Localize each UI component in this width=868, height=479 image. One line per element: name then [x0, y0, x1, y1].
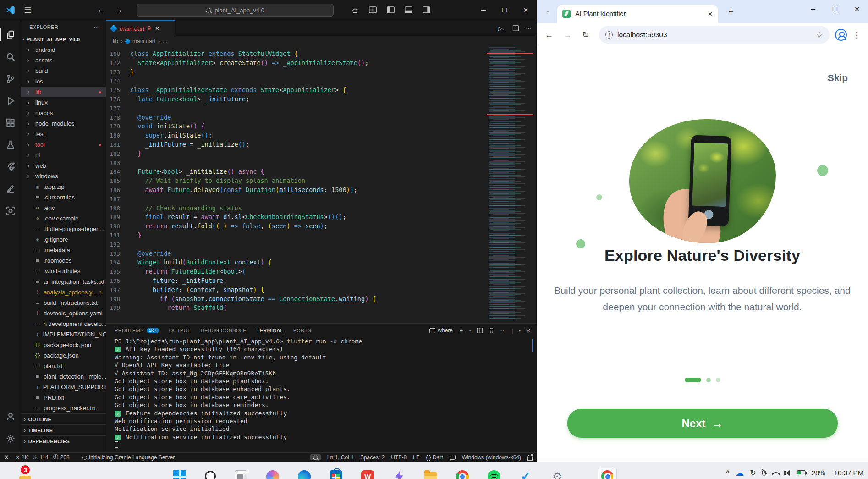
menu-icon[interactable]: ☰ — [24, 5, 31, 15]
cursor-position[interactable]: Ln 1, Col 1 — [327, 454, 354, 461]
feedback-icon[interactable] — [450, 455, 456, 460]
tree-item-macos[interactable]: ›macos — [21, 108, 106, 118]
panel-tab-debug-console[interactable]: DEBUG CONSOLE — [201, 324, 247, 337]
tree-item-package-json[interactable]: {}package.json — [21, 350, 106, 361]
search-icon[interactable] — [0, 46, 21, 68]
tree-item--env[interactable]: ⚙.env — [21, 203, 106, 213]
tab-close-icon[interactable]: ✕ — [708, 11, 713, 17]
explorer-more-icon[interactable]: ⋯ — [94, 23, 100, 31]
minimize-button[interactable]: ─ — [802, 0, 824, 18]
close-panel-icon[interactable]: ✕ — [526, 327, 531, 334]
maximize-button[interactable]: ☐ — [824, 0, 846, 18]
tree-item-build-instructions-txt[interactable]: ≡build_instructions.txt — [21, 297, 106, 308]
page-dot[interactable] — [706, 378, 711, 382]
taskbar-item-search[interactable] — [205, 471, 216, 479]
tree-item-h-development-develo-[interactable]: ≡h development develo... — [21, 319, 106, 329]
zoom-status-icon[interactable] — [310, 454, 321, 460]
taskbar-item-spotify[interactable] — [488, 470, 500, 479]
tree-item-plan-txt[interactable]: ≡plan.txt — [21, 361, 106, 371]
tree-item-ui[interactable]: ›ui — [21, 150, 106, 160]
site-info-icon[interactable]: i — [605, 31, 613, 39]
indentation[interactable]: Spaces: 2 — [360, 454, 385, 461]
terminal-dropdown-icon[interactable]: › — [468, 330, 473, 331]
tree-item--env-example[interactable]: ⚙.env.example — [21, 213, 106, 224]
clock[interactable]: 10:37 PM — [834, 469, 863, 477]
edit-icon[interactable] — [0, 178, 21, 200]
bookmark-star-icon[interactable]: ☆ — [816, 30, 823, 40]
taskbar-notification-app[interactable]: 3 — [18, 470, 32, 479]
mic-muted-icon[interactable] — [762, 470, 766, 476]
tree-item-implementation-no-[interactable]: ↓IMPLEMENTATION_NO... — [21, 329, 106, 340]
taskbar-item-folder[interactable] — [424, 472, 437, 479]
eol[interactable]: LF — [413, 454, 419, 461]
tree-item-lib[interactable]: ›lib● — [21, 87, 106, 97]
tab-close-icon[interactable]: ✕ — [155, 25, 159, 32]
section-outline[interactable]: ›OUTLINE — [21, 413, 106, 424]
tree-item-prd-txt[interactable]: ≡PRD.txt — [21, 392, 106, 403]
close-button[interactable]: ✕ — [846, 0, 868, 18]
section-timeline[interactable]: ›TIMELINE — [21, 424, 106, 435]
sync-icon[interactable]: ↻ — [750, 468, 756, 477]
explorer-icon[interactable] — [0, 24, 21, 46]
problems-summary[interactable]: ⊗1K ⚠114 ⓘ208 — [15, 453, 70, 461]
tree-item-web[interactable]: ›web — [21, 160, 106, 171]
remote-icon[interactable] — [4, 454, 10, 460]
tree-item-build[interactable]: ›build — [21, 66, 106, 76]
tray-expand-icon[interactable]: ^ — [726, 469, 730, 477]
tree-item-tool[interactable]: ›tool● — [21, 139, 106, 150]
tree-item-ios[interactable]: ›ios — [21, 76, 106, 87]
close-button[interactable]: ✕ — [515, 0, 536, 20]
tree-item-progress-tracker-txt[interactable]: ≡progress_tracker.txt — [21, 403, 106, 413]
browser-menu-icon[interactable]: ⋮ — [850, 30, 863, 40]
run-debug-icon[interactable] — [0, 90, 21, 112]
platform-label[interactable]: Windows (windows-x64) — [462, 454, 521, 461]
forward-arrow-icon[interactable]: → — [115, 6, 123, 15]
terminal-output[interactable]: PS J:\Projects\run-plant_app\plant_AI_ap… — [115, 337, 527, 452]
new-terminal-icon[interactable]: ＋ — [458, 326, 464, 335]
explorer-root-folder[interactable]: › PLANT_AI_APP_V4.0 — [21, 34, 106, 44]
tree-item-plant-detection-imple-[interactable]: ≡plant_detection_imple... — [21, 371, 106, 382]
page-dot[interactable] — [716, 378, 720, 382]
tree-item--roomodes[interactable]: ≡.roomodes — [21, 255, 106, 266]
breadcrumb[interactable]: lib› main.dart› ... — [106, 36, 536, 46]
settings-icon[interactable] — [0, 428, 21, 450]
tree-item-linux[interactable]: ›linux — [21, 97, 106, 108]
notifications-bell-icon[interactable] — [527, 455, 533, 460]
source-control-icon[interactable] — [0, 68, 21, 90]
back-arrow-icon[interactable]: ← — [97, 6, 105, 15]
toggle-sidebar-icon[interactable] — [386, 6, 395, 14]
maximize-panel-icon[interactable]: › — [517, 330, 522, 331]
tree-item--windsurfrules[interactable]: ≡.windsurfrules — [21, 266, 106, 276]
wifi-icon[interactable] — [772, 470, 780, 476]
tree-item-devtools-options-yaml[interactable]: !devtools_options.yaml — [21, 308, 106, 319]
taskbar-item-chrome[interactable] — [456, 470, 469, 479]
tree-item--gitignore[interactable]: ◆.gitignore — [21, 234, 106, 245]
panel-tab-ports[interactable]: PORTS — [293, 324, 311, 337]
encoding[interactable]: UTF-8 — [391, 454, 407, 461]
terminal-scrollbar[interactable] — [532, 339, 533, 352]
tree-item--cursorrules[interactable]: ≡.cursorrules — [21, 192, 106, 203]
tree-item-assets[interactable]: ›assets — [21, 55, 106, 66]
toggle-panel-icon[interactable] — [404, 6, 413, 14]
terminal-instance[interactable]: ›where — [429, 327, 453, 334]
layout-grid-icon[interactable] — [368, 6, 377, 14]
taskbar-item-chrome-active[interactable] — [598, 468, 617, 479]
next-button[interactable]: Next → — [567, 409, 838, 438]
search-command-center[interactable]: plant_AI_app_v4.0 — [137, 4, 334, 17]
section-dependencies[interactable]: ›DEPENDENCIES — [21, 435, 106, 446]
tree-item-android[interactable]: ›android — [21, 44, 106, 55]
run-debug-icon[interactable]: ▷⌄ — [498, 25, 506, 32]
minimap[interactable] — [489, 47, 531, 320]
page-dot-active[interactable] — [685, 378, 701, 382]
copilot-icon[interactable]: ⌄ — [351, 6, 359, 14]
taskbar-item-wps[interactable]: W — [361, 470, 374, 479]
flutter-icon[interactable] — [0, 156, 21, 178]
tree-item-ai-integration-tasks-txt[interactable]: ≡ai_integration_tasks.txt — [21, 276, 106, 287]
taskbar-item-taskview[interactable] — [235, 470, 247, 479]
taskbar-item-copilot[interactable] — [266, 470, 279, 479]
tree-item-node-modules[interactable]: ›node_modules — [21, 118, 106, 129]
tree-item-windows[interactable]: ›windows — [21, 171, 106, 182]
maximize-button[interactable]: ☐ — [494, 0, 515, 20]
code-editor[interactable]: 168class AppInitializer extends Stateful… — [106, 46, 536, 323]
toggle-secondary-sidebar-icon[interactable] — [422, 6, 431, 14]
